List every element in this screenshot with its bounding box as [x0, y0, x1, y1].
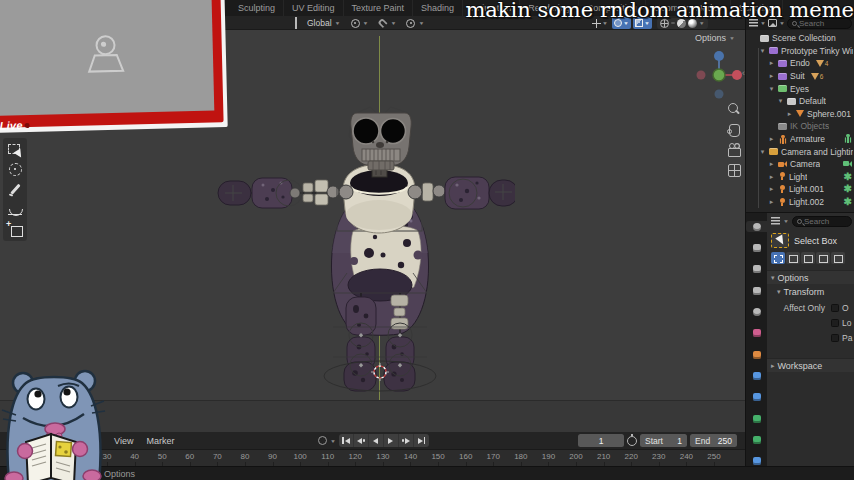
measure-tool-icon[interactable] [6, 201, 24, 218]
shading-solid-active[interactable] [671, 22, 675, 24]
pan-icon[interactable] [726, 122, 741, 137]
affect-parents-checkbox[interactable] [831, 334, 839, 342]
outliner-row-camera-and-lighting[interactable]: ▾Camera and Lighting [746, 145, 854, 158]
record-icon[interactable] [318, 436, 327, 445]
outliner-item-label: Sphere.001 [807, 109, 851, 119]
timeline-menu-view[interactable]: View [114, 436, 133, 446]
gizmo-x-neg-axis [697, 71, 706, 80]
physics-tab-icon[interactable] [746, 392, 767, 403]
tool-tab-icon[interactable] [746, 221, 767, 232]
outliner-item-label: Endo [790, 58, 810, 68]
timeline-menu-marker[interactable]: Marker [146, 436, 174, 446]
particles-tab-icon[interactable] [746, 456, 767, 466]
outliner-row-sphere-001[interactable]: ▸Sphere.001 [746, 108, 854, 121]
collapse-arrow-icon[interactable]: ▾ [768, 85, 775, 93]
active-tool-icon[interactable] [771, 233, 789, 248]
outliner-row-prototype-tinky-wink[interactable]: ▾Prototype Tinky Wink [746, 45, 854, 58]
affect-locations-checkbox[interactable] [831, 319, 839, 327]
start-frame-field[interactable]: Start1 [640, 434, 687, 447]
chevron-down-icon: ▼ [390, 21, 396, 26]
select-mode-extend-button[interactable] [786, 252, 800, 264]
annotate-tool-icon[interactable] [6, 181, 24, 198]
collapse-arrow-icon[interactable]: ▾ [759, 148, 766, 156]
object-tab-icon[interactable] [746, 349, 767, 360]
options-panel-header[interactable]: ▾Options [767, 270, 854, 284]
ruler-frame-label: 250 [707, 452, 720, 461]
outliner-row-light-001[interactable]: ▸Light.001✱ [746, 183, 854, 196]
world-tab-icon[interactable] [746, 328, 767, 339]
affect-origins-checkbox[interactable] [831, 304, 839, 312]
snap-magnet-icon[interactable] [378, 18, 389, 29]
webcam-overlay: Live [0, 0, 228, 133]
expand-arrow-icon[interactable]: ▸ [768, 185, 775, 193]
outliner-row-endo[interactable]: ▸Endo4 [746, 57, 854, 70]
modifiers-tab-icon[interactable] [746, 370, 767, 381]
expand-arrow-icon[interactable]: ▸ [786, 110, 793, 118]
view-layer-tab-icon[interactable] [746, 285, 767, 296]
pivot-point-icon[interactable] [351, 19, 360, 28]
orientation-dropdown[interactable]: Global [307, 18, 332, 28]
output-tab-icon[interactable] [746, 264, 767, 275]
scene-tab-icon[interactable] [746, 306, 767, 317]
expand-arrow-icon[interactable]: ▸ [768, 72, 775, 80]
current-frame-field[interactable]: 1 [578, 434, 624, 447]
workspace-tab-sculpting[interactable]: Sculpting [230, 0, 284, 16]
outliner-row-eyes[interactable]: ▾Eyes [746, 82, 854, 95]
workspace-tab-texture-paint[interactable]: Texture Paint [344, 0, 414, 16]
prev-keyframe-button[interactable] [354, 434, 369, 447]
constraints-tab-icon[interactable] [746, 434, 767, 445]
select-mode-invert-button[interactable] [816, 252, 830, 264]
workspace-tab-shading[interactable]: Shading [413, 0, 463, 16]
outliner-row-scene-collection[interactable]: Scene Collection [746, 32, 854, 45]
expand-arrow-icon[interactable]: ▸ [768, 160, 775, 168]
play-button[interactable] [384, 434, 399, 447]
gizmo-z-axis [714, 51, 724, 61]
light-rays-icon: ✱ [844, 185, 852, 192]
zoom-icon[interactable] [726, 102, 741, 117]
collapse-arrow-icon[interactable]: ▾ [777, 97, 784, 105]
character-model[interactable] [215, 95, 515, 395]
select-mode-subtract-button[interactable] [801, 252, 815, 264]
jump-start-button[interactable] [339, 434, 354, 447]
proportional-edit-icon[interactable] [406, 19, 415, 28]
outliner-item-label: Light.001 [789, 184, 824, 194]
outliner-row-light-002[interactable]: ▸Light.002✱ [746, 196, 854, 209]
outliner-row-light[interactable]: ▸Light✱ [746, 171, 854, 184]
object-data-tab-icon[interactable] [746, 413, 767, 424]
expand-arrow-icon[interactable]: ▸ [768, 198, 775, 206]
viewport-options-dropdown[interactable]: Options▼ [695, 33, 735, 43]
toggle-ortho-icon[interactable] [726, 162, 741, 177]
outliner-row-suit[interactable]: ▸Suit6 [746, 70, 854, 83]
outliner-panel: ▼ ▼ Search Scene Collection▾Prototype Ti… [745, 16, 854, 212]
select-mode-intersect-button[interactable] [831, 252, 845, 264]
next-keyframe-button[interactable] [399, 434, 414, 447]
play-reverse-button[interactable] [369, 434, 384, 447]
expand-arrow-icon[interactable]: ▸ [768, 173, 775, 181]
auto-keyframe-icon[interactable] [627, 436, 637, 446]
properties-panel: ▼ Search Select Box ▾Options [745, 212, 854, 466]
mesh-count-badge: 6 [811, 73, 824, 80]
collapse-arrow-icon[interactable]: ▾ [759, 47, 766, 55]
transform-orientation-icon[interactable] [294, 18, 304, 28]
camera-view-icon[interactable] [726, 142, 741, 157]
select-mode-new-button[interactable] [771, 252, 785, 264]
select-box-tool-icon[interactable] [6, 141, 24, 158]
workspace-panel-header[interactable]: ▸Workspace [767, 358, 854, 372]
add-cube-tool-icon[interactable] [6, 221, 24, 238]
outliner-row-camera[interactable]: ▸Camera [746, 158, 854, 171]
outliner-row-default[interactable]: ▾Default [746, 95, 854, 108]
transform-panel-header[interactable]: ▾Transform [767, 285, 854, 299]
workspace-tab-uv-editing[interactable]: UV Editing [284, 0, 344, 16]
ruler-frame-label: 80 [240, 452, 249, 461]
outliner-row-armature[interactable]: ▸Armature [746, 133, 854, 146]
expand-arrow-icon[interactable]: ▸ [768, 59, 775, 67]
cursor-tool-icon[interactable] [6, 161, 24, 178]
render-tab-icon[interactable] [746, 242, 767, 253]
end-frame-field[interactable]: End250 [690, 434, 737, 447]
properties-editor-icon[interactable] [771, 217, 780, 225]
outliner-row-ik-objects[interactable]: IK Objects [746, 120, 854, 133]
jump-end-button[interactable] [414, 434, 429, 447]
properties-search-input[interactable]: Search [792, 216, 852, 227]
expand-arrow-icon[interactable]: ▸ [768, 135, 775, 143]
axis-gizmo[interactable] [694, 44, 744, 100]
